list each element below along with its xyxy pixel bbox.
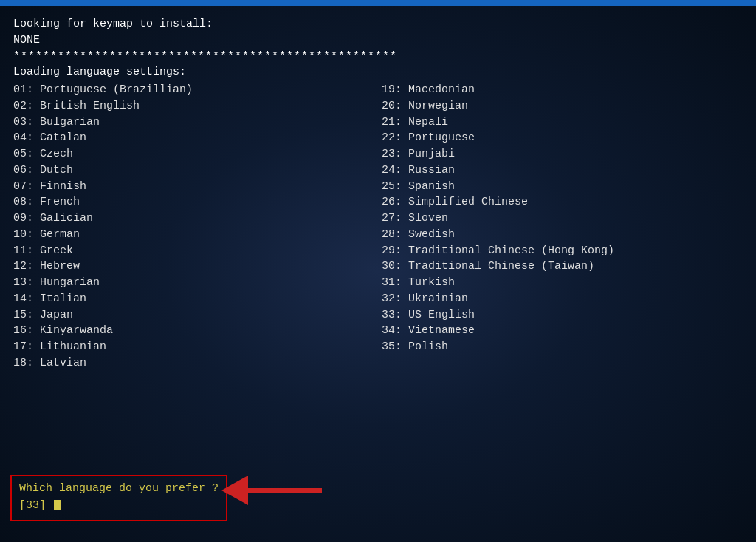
language-item: 19: Macedonian [382,82,743,98]
language-item: 01: Portuguese (Brazillian) [13,82,374,98]
language-item: 08: French [13,194,374,210]
language-item: 28: Swedish [382,227,743,243]
language-item: 24: Russian [382,162,743,179]
language-item: 18: Latvian [13,355,374,371]
header-line1: Looking for keymap to install: [13,16,743,32]
prompt-default: [33] [19,498,219,515]
language-item: 10: German [13,227,374,243]
language-item: 04: Catalan [13,130,374,146]
language-item: 30: Traditional Chinese (Taiwan) [382,258,743,275]
header-line3: Loading language settings: [13,64,743,80]
language-item: 11: Greek [13,243,374,259]
language-item: 32: Ukrainian [382,291,743,307]
language-item: 27: Sloven [382,210,743,227]
language-grid: 01: Portuguese (Brazillian)02: British E… [13,82,743,371]
language-column-right: 19: Macedonian20: Norwegian21: Nepali22:… [382,82,743,371]
terminal-screen: Looking for keymap to install: NONE ****… [0,0,756,542]
language-item: 07: Finnish [13,179,374,195]
language-item: 06: Dutch [13,162,374,179]
language-item: 14: Italian [13,291,374,307]
language-item: 26: Simplified Chinese [382,194,743,210]
language-item: 09: Galician [13,210,374,227]
arrow-line [248,488,322,493]
language-item: 13: Hungarian [13,275,374,291]
cursor-blink [54,500,61,510]
terminal-content: Looking for keymap to install: NONE ****… [13,16,743,371]
language-item: 16: Kinyarwanda [13,323,374,339]
language-item: 02: British English [13,98,374,114]
language-item: 34: Vietnamese [382,323,743,339]
language-item: 17: Lithuanian [13,339,374,355]
language-column-left: 01: Portuguese (Brazillian)02: British E… [13,82,374,371]
language-item: 05: Czech [13,146,374,162]
prompt-question: Which language do you prefer ? [19,481,219,498]
language-item: 29: Traditional Chinese (Hong Kong) [382,243,743,259]
language-item: 22: Portuguese [382,130,743,146]
arrow-head [221,476,248,505]
language-item: 35: Polish [382,339,743,355]
language-item: 23: Punjabi [382,146,743,162]
red-arrow-indicator [221,476,322,505]
language-item: 21: Nepali [382,114,743,131]
language-item: 03: Bulgarian [13,114,374,131]
language-item: 20: Norwegian [382,98,743,114]
language-item: 15: Japan [13,307,374,323]
language-item: 12: Hebrew [13,258,374,275]
top-bar [0,0,756,6]
header-line2: NONE [13,32,743,49]
language-item: 31: Turkish [382,275,743,291]
prompt-box[interactable]: Which language do you prefer ? [33] [10,475,227,521]
language-item: 25: Spanish [382,179,743,195]
separator: ****************************************… [13,49,743,65]
language-item: 33: US English [382,307,743,323]
